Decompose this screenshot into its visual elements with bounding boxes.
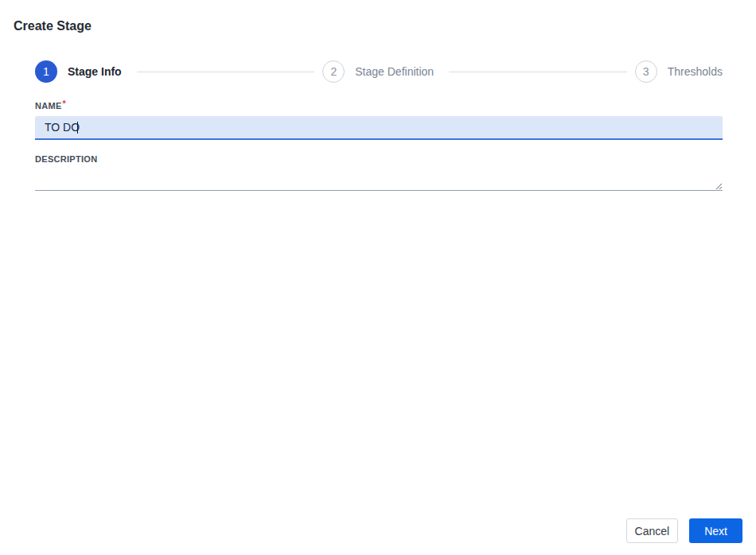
name-field-label: NAME*: [35, 101, 66, 111]
step-2-number: 2: [330, 66, 337, 77]
step-connector-1: [137, 72, 315, 72]
stepper-step-stage-definition[interactable]: 2 Stage Definition: [322, 60, 434, 83]
name-input-wrap: [35, 116, 723, 140]
step-2-label: Stage Definition: [355, 65, 434, 78]
step-1-number: 1: [43, 66, 49, 77]
step-2-circle: 2: [322, 60, 345, 83]
description-field-label: DESCRIPTION: [35, 154, 97, 164]
next-button[interactable]: Next: [689, 518, 742, 543]
step-1-label: Stage Info: [68, 65, 122, 78]
text-cursor-caret: [77, 122, 78, 134]
step-1-circle: 1: [35, 60, 57, 83]
description-textarea[interactable]: [35, 166, 723, 191]
step-3-number: 3: [643, 66, 649, 77]
wizard-stepper: 1 Stage Info 2 Stage Definition 3 Thresh…: [35, 60, 723, 83]
page-title: Create Stage: [14, 19, 92, 33]
create-stage-dialog: Create Stage 1 Stage Info 2 Stage Defini…: [0, 0, 756, 555]
stepper-step-thresholds[interactable]: 3 Thresholds: [635, 60, 723, 83]
step-3-label: Thresholds: [668, 65, 723, 78]
required-asterisk: *: [63, 99, 67, 108]
step-3-circle: 3: [635, 60, 657, 83]
name-input[interactable]: [35, 116, 723, 140]
cancel-button[interactable]: Cancel: [626, 518, 679, 543]
step-connector-2: [449, 72, 627, 72]
name-label-text: NAME: [35, 101, 62, 111]
description-label-text: DESCRIPTION: [35, 154, 97, 164]
stepper-step-stage-info[interactable]: 1 Stage Info: [35, 60, 122, 83]
dialog-footer: Cancel Next: [626, 518, 742, 543]
